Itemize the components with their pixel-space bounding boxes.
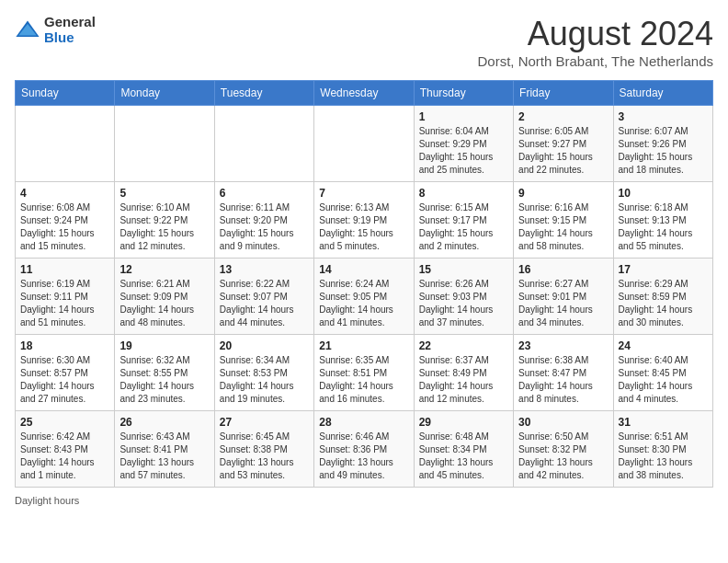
day-number: 28	[319, 416, 408, 429]
day-info: Sunrise: 6:51 AM Sunset: 8:30 PM Dayligh…	[619, 431, 708, 482]
calendar-cell	[214, 106, 313, 182]
day-number: 14	[319, 263, 408, 276]
calendar-cell: 20Sunrise: 6:34 AM Sunset: 8:53 PM Dayli…	[214, 335, 313, 411]
calendar-header-thursday: Thursday	[414, 81, 513, 106]
day-number: 19	[119, 339, 209, 352]
day-info: Sunrise: 6:45 AM Sunset: 8:38 PM Dayligh…	[220, 431, 309, 482]
day-number: 16	[518, 263, 608, 276]
day-info: Sunrise: 6:08 AM Sunset: 9:24 PM Dayligh…	[20, 201, 109, 253]
calendar-cell: 6Sunrise: 6:11 AM Sunset: 9:20 PM Daylig…	[214, 182, 313, 259]
calendar-cell: 27Sunrise: 6:45 AM Sunset: 8:38 PM Dayli…	[214, 411, 313, 488]
calendar-cell: 28Sunrise: 6:46 AM Sunset: 8:36 PM Dayli…	[314, 411, 414, 488]
calendar-cell: 1Sunrise: 6:04 AM Sunset: 9:29 PM Daylig…	[414, 106, 513, 182]
day-number: 11	[20, 263, 109, 276]
day-number: 17	[619, 263, 708, 276]
day-number: 15	[419, 263, 508, 276]
day-info: Sunrise: 6:34 AM Sunset: 8:53 PM Dayligh…	[220, 354, 309, 406]
day-number: 12	[119, 263, 209, 276]
day-number: 25	[20, 416, 109, 429]
day-info: Sunrise: 6:30 AM Sunset: 8:57 PM Dayligh…	[20, 354, 109, 406]
day-info: Sunrise: 6:24 AM Sunset: 9:05 PM Dayligh…	[319, 278, 408, 329]
calendar-cell: 22Sunrise: 6:37 AM Sunset: 8:49 PM Dayli…	[414, 335, 513, 411]
calendar-cell: 19Sunrise: 6:32 AM Sunset: 8:55 PM Dayli…	[115, 335, 214, 411]
day-info: Sunrise: 6:46 AM Sunset: 8:36 PM Dayligh…	[319, 431, 408, 482]
day-number: 8	[419, 187, 508, 200]
day-info: Sunrise: 6:35 AM Sunset: 8:51 PM Dayligh…	[319, 354, 408, 406]
day-number: 30	[518, 416, 608, 429]
calendar-week-row: 18Sunrise: 6:30 AM Sunset: 8:57 PM Dayli…	[16, 335, 713, 411]
calendar-cell	[115, 106, 214, 182]
day-info: Sunrise: 6:13 AM Sunset: 9:19 PM Dayligh…	[319, 201, 408, 253]
calendar-header-sunday: Sunday	[16, 81, 115, 106]
day-number: 21	[319, 339, 408, 352]
day-info: Sunrise: 6:40 AM Sunset: 8:45 PM Dayligh…	[619, 354, 708, 406]
day-number: 13	[220, 263, 309, 276]
calendar-header-wednesday: Wednesday	[314, 81, 414, 106]
day-number: 18	[20, 339, 109, 352]
logo-blue-text: Blue	[44, 30, 96, 46]
calendar-cell: 12Sunrise: 6:21 AM Sunset: 9:09 PM Dayli…	[115, 259, 214, 335]
logo-icon	[15, 17, 40, 43]
calendar-table: SundayMondayTuesdayWednesdayThursdayFrid…	[15, 80, 713, 488]
logo-text: General Blue	[44, 15, 96, 45]
day-info: Sunrise: 6:11 AM Sunset: 9:20 PM Dayligh…	[220, 201, 309, 253]
day-info: Sunrise: 6:38 AM Sunset: 8:47 PM Dayligh…	[518, 354, 608, 406]
day-number: 3	[619, 110, 708, 123]
calendar-cell: 13Sunrise: 6:22 AM Sunset: 9:07 PM Dayli…	[214, 259, 313, 335]
daylight-hours-label: Daylight hours	[15, 495, 79, 506]
day-info: Sunrise: 6:18 AM Sunset: 9:13 PM Dayligh…	[619, 201, 708, 253]
footer: Daylight hours	[15, 495, 713, 506]
calendar-cell: 11Sunrise: 6:19 AM Sunset: 9:11 PM Dayli…	[16, 259, 115, 335]
day-info: Sunrise: 6:22 AM Sunset: 9:07 PM Dayligh…	[220, 278, 309, 329]
logo-general-text: General	[44, 15, 96, 30]
calendar-cell: 3Sunrise: 6:07 AM Sunset: 9:26 PM Daylig…	[613, 106, 712, 182]
calendar-header-friday: Friday	[514, 81, 613, 106]
day-number: 26	[119, 416, 209, 429]
title-block: August 2024 Dorst, North Brabant, The Ne…	[477, 15, 713, 69]
calendar-cell: 21Sunrise: 6:35 AM Sunset: 8:51 PM Dayli…	[314, 335, 414, 411]
day-info: Sunrise: 6:37 AM Sunset: 8:49 PM Dayligh…	[419, 354, 508, 406]
day-info: Sunrise: 6:04 AM Sunset: 9:29 PM Dayligh…	[419, 125, 508, 177]
calendar-cell: 24Sunrise: 6:40 AM Sunset: 8:45 PM Dayli…	[613, 335, 712, 411]
calendar-week-row: 4Sunrise: 6:08 AM Sunset: 9:24 PM Daylig…	[16, 182, 713, 259]
month-year-title: August 2024	[477, 15, 713, 53]
calendar-header-row: SundayMondayTuesdayWednesdayThursdayFrid…	[16, 81, 713, 106]
day-number: 23	[518, 339, 608, 352]
calendar-week-row: 11Sunrise: 6:19 AM Sunset: 9:11 PM Dayli…	[16, 259, 713, 335]
calendar-cell: 8Sunrise: 6:15 AM Sunset: 9:17 PM Daylig…	[414, 182, 513, 259]
day-info: Sunrise: 6:21 AM Sunset: 9:09 PM Dayligh…	[119, 278, 209, 329]
day-number: 31	[619, 416, 708, 429]
day-info: Sunrise: 6:29 AM Sunset: 8:59 PM Dayligh…	[619, 278, 708, 329]
day-number: 27	[220, 416, 309, 429]
day-info: Sunrise: 6:05 AM Sunset: 9:27 PM Dayligh…	[518, 125, 608, 177]
day-number: 4	[20, 187, 109, 200]
calendar-cell: 10Sunrise: 6:18 AM Sunset: 9:13 PM Dayli…	[613, 182, 712, 259]
day-number: 22	[419, 339, 508, 352]
calendar-cell: 5Sunrise: 6:10 AM Sunset: 9:22 PM Daylig…	[115, 182, 214, 259]
day-number: 9	[518, 187, 608, 200]
day-info: Sunrise: 6:19 AM Sunset: 9:11 PM Dayligh…	[20, 278, 109, 329]
calendar-cell: 16Sunrise: 6:27 AM Sunset: 9:01 PM Dayli…	[514, 259, 613, 335]
calendar-week-row: 1Sunrise: 6:04 AM Sunset: 9:29 PM Daylig…	[16, 106, 713, 182]
day-number: 1	[419, 110, 508, 123]
calendar-cell: 29Sunrise: 6:48 AM Sunset: 8:34 PM Dayli…	[414, 411, 513, 488]
day-number: 6	[220, 187, 309, 200]
calendar-header-tuesday: Tuesday	[214, 81, 313, 106]
calendar-cell: 18Sunrise: 6:30 AM Sunset: 8:57 PM Dayli…	[16, 335, 115, 411]
day-number: 29	[419, 416, 508, 429]
calendar-cell: 7Sunrise: 6:13 AM Sunset: 9:19 PM Daylig…	[314, 182, 414, 259]
calendar-cell: 23Sunrise: 6:38 AM Sunset: 8:47 PM Dayli…	[514, 335, 613, 411]
logo: General Blue	[15, 15, 96, 45]
calendar-cell: 30Sunrise: 6:50 AM Sunset: 8:32 PM Dayli…	[514, 411, 613, 488]
day-info: Sunrise: 6:43 AM Sunset: 8:41 PM Dayligh…	[119, 431, 209, 482]
day-info: Sunrise: 6:42 AM Sunset: 8:43 PM Dayligh…	[20, 431, 109, 482]
calendar-cell: 17Sunrise: 6:29 AM Sunset: 8:59 PM Dayli…	[613, 259, 712, 335]
day-info: Sunrise: 6:48 AM Sunset: 8:34 PM Dayligh…	[419, 431, 508, 482]
calendar-header-monday: Monday	[115, 81, 214, 106]
calendar-cell	[314, 106, 414, 182]
day-info: Sunrise: 6:10 AM Sunset: 9:22 PM Dayligh…	[119, 201, 209, 253]
calendar-cell: 26Sunrise: 6:43 AM Sunset: 8:41 PM Dayli…	[115, 411, 214, 488]
calendar-cell: 15Sunrise: 6:26 AM Sunset: 9:03 PM Dayli…	[414, 259, 513, 335]
calendar-cell: 31Sunrise: 6:51 AM Sunset: 8:30 PM Dayli…	[613, 411, 712, 488]
day-info: Sunrise: 6:07 AM Sunset: 9:26 PM Dayligh…	[619, 125, 708, 177]
